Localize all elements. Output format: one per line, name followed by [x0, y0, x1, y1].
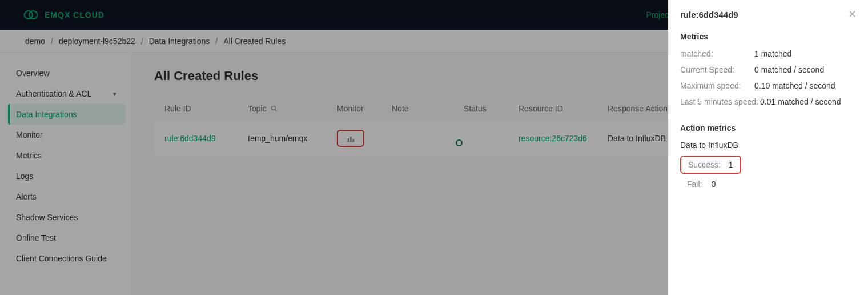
- sidebar-item-logs[interactable]: Logs: [8, 166, 126, 186]
- th-resource-id: Resource ID: [519, 104, 604, 113]
- sidebar-item-auth-acl[interactable]: Authentication & ACL ▼: [8, 83, 126, 104]
- brand-logo[interactable]: EMQX CLOUD: [23, 7, 105, 23]
- monitor-icon-button[interactable]: [337, 130, 364, 147]
- sidebar-item-monitor[interactable]: Monitor: [8, 125, 126, 145]
- sidebar-item-online-test[interactable]: Online Test: [8, 228, 126, 248]
- sidebar-item-alerts[interactable]: Alerts: [8, 186, 126, 207]
- sidebar-item-shadow[interactable]: Shadow Services: [8, 207, 126, 228]
- resource-id-link[interactable]: resource:26c723d6: [519, 134, 604, 143]
- th-monitor: Monitor: [337, 104, 388, 113]
- action-name: Data to InfluxDB: [680, 141, 857, 150]
- th-rule-id: Rule ID: [164, 104, 244, 113]
- brand-text: EMQX CLOUD: [45, 10, 105, 19]
- action-metrics-title: Action metrics: [680, 123, 857, 133]
- svg-point-2: [271, 106, 275, 110]
- metrics-section-title: Metrics: [680, 32, 857, 41]
- th-status: Status: [464, 104, 515, 113]
- search-icon: [270, 105, 278, 113]
- rule-id-link[interactable]: rule:6dd344d9: [164, 134, 244, 143]
- svg-rect-5: [350, 137, 351, 141]
- th-note: Note: [392, 104, 460, 113]
- chevron-down-icon: ▼: [112, 91, 118, 97]
- success-metric: Success: 1: [680, 156, 741, 174]
- svg-rect-4: [348, 138, 349, 141]
- svg-point-1: [29, 11, 37, 19]
- metric-current-speed: Current Speed: 0 matched / second: [680, 65, 857, 74]
- fail-metric: Fail: 0: [680, 177, 722, 191]
- metric-max-speed: Maximum speed: 0.10 matched / second: [680, 81, 857, 90]
- crumb-2[interactable]: Data Integrations: [149, 37, 210, 46]
- svg-rect-6: [353, 139, 354, 142]
- sidebar-item-data-integrations[interactable]: Data Integrations: [8, 104, 126, 125]
- sidebar-item-connections-guide[interactable]: Client Connections Guide: [8, 248, 126, 269]
- sidebar-item-metrics[interactable]: Metrics: [8, 145, 126, 166]
- crumb-1[interactable]: deployment-l9c52b22: [59, 37, 135, 46]
- crumb-3[interactable]: All Created Rules: [223, 37, 286, 46]
- rule-detail-drawer: rule:6dd344d9 ✕ Metrics matched: 1 match…: [668, 0, 868, 295]
- metric-matched: matched: 1 matched: [680, 49, 857, 58]
- close-icon[interactable]: ✕: [848, 8, 857, 21]
- drawer-title: rule:6dd344d9: [680, 10, 738, 19]
- metric-last5-speed: Last 5 minutes speed: 0.01 matched / sec…: [680, 97, 857, 106]
- topic-value: temp_hum/emqx: [248, 134, 333, 143]
- bar-chart-icon: [345, 133, 356, 143]
- brand-icon: [23, 7, 39, 23]
- svg-line-3: [275, 110, 276, 111]
- sidebar: Overview Authentication & ACL ▼ Data Int…: [0, 53, 131, 295]
- sidebar-item-overview[interactable]: Overview: [8, 63, 126, 83]
- crumb-0[interactable]: demo: [25, 37, 45, 46]
- th-topic[interactable]: Topic: [248, 104, 333, 113]
